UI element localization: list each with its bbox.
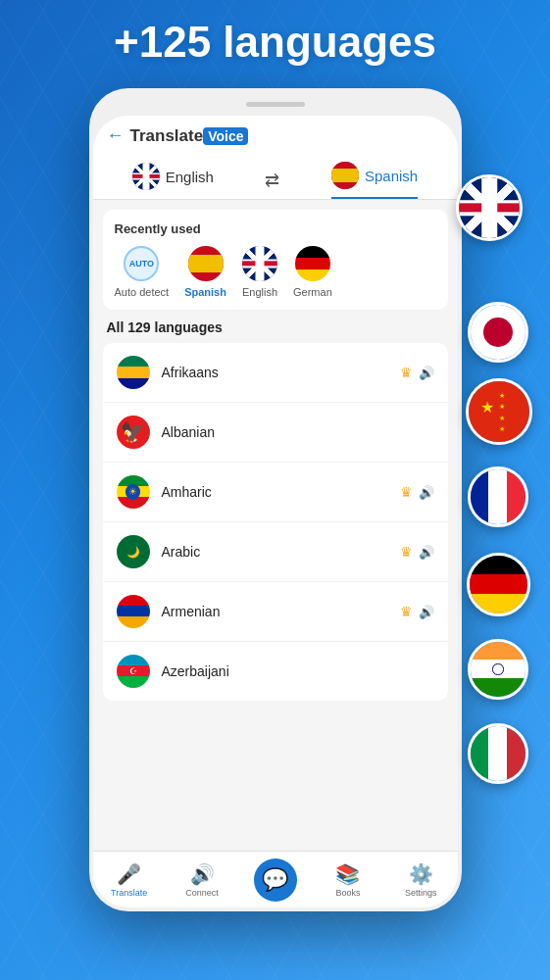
- nav-books[interactable]: 📚 Books: [312, 862, 384, 898]
- lang-icons-afrikaans: ♛ 🔊: [400, 365, 434, 380]
- nav-translate[interactable]: 🎤 Translate: [93, 862, 166, 898]
- recent-item-auto-label: Auto detect: [115, 286, 170, 298]
- phone-screen: ← Translate Voice English: [93, 116, 458, 907]
- recent-item-english[interactable]: English: [242, 246, 277, 298]
- logo-text-voice: Voice: [203, 127, 248, 145]
- list-item-albanian[interactable]: 🦅 Albanian: [103, 403, 448, 463]
- nav-translate-label: Translate: [111, 888, 147, 898]
- hero-title: +125 languages: [0, 18, 550, 67]
- recent-item-german-label: German: [293, 286, 332, 298]
- list-item-azerbaijani[interactable]: ☪ Azerbaijani: [103, 642, 448, 701]
- lang-name-albanian: Albanian: [162, 424, 423, 440]
- phone-frame: ← Translate Voice English: [89, 88, 462, 911]
- lang-icons-arabic: ♛ 🔊: [400, 544, 434, 560]
- lang-icons-amharic: ♛ 🔊: [400, 484, 434, 500]
- nav-books-label: Books: [335, 888, 360, 898]
- language-list: Afrikaans ♛ 🔊 🦅 Albanian: [103, 343, 448, 701]
- source-language-button[interactable]: English: [132, 163, 214, 198]
- floating-flag-japan: [468, 302, 528, 363]
- speaker-icon: 🔊: [419, 485, 434, 500]
- floating-flag-france: [468, 466, 528, 527]
- lang-name-afrikaans: Afrikaans: [162, 365, 388, 380]
- all-languages-title: All 129 languages: [103, 319, 448, 335]
- source-language-label: English: [166, 169, 214, 185]
- floating-flag-italy: [468, 723, 528, 784]
- speaker-icon: 🔊: [419, 605, 434, 619]
- list-item-afrikaans[interactable]: Afrikaans ♛ 🔊: [103, 343, 448, 403]
- source-flag: [132, 163, 160, 190]
- target-language-label: Spanish: [365, 168, 418, 184]
- nav-connect-icon: 🔊: [190, 862, 215, 886]
- recently-used-title: Recently used: [115, 221, 436, 236]
- flag-arabic: 🌙: [117, 535, 150, 568]
- recent-flag-english: [242, 246, 277, 281]
- flag-amharic: ☀: [117, 475, 150, 509]
- nav-books-icon: 📚: [335, 862, 360, 886]
- recent-item-german[interactable]: German: [293, 246, 332, 298]
- bottom-navigation: 🎤 Translate 🔊 Connect 💬 📚 Books ⚙️ Setti…: [93, 851, 458, 907]
- target-flag: [331, 162, 359, 189]
- floating-flag-china: ★ ★★★★: [466, 378, 532, 445]
- phone-speaker: [246, 102, 305, 107]
- recently-used-list: AUTO Auto detect Spanish: [115, 246, 436, 298]
- lang-icons-armenian: ♛ 🔊: [400, 604, 434, 619]
- flag-azerbaijani: ☪: [117, 655, 150, 688]
- crown-icon: ♛: [400, 604, 413, 619]
- crown-icon: ♛: [400, 365, 413, 380]
- speaker-icon: 🔊: [419, 366, 434, 380]
- nav-center-button[interactable]: 💬: [254, 858, 297, 902]
- nav-center[interactable]: 💬: [238, 858, 311, 902]
- recently-used-section: Recently used AUTO Auto detect Spanish: [103, 210, 448, 310]
- recent-item-english-label: English: [242, 286, 277, 298]
- all-languages-section: All 129 languages Afrikaans ♛ 🔊: [103, 319, 448, 701]
- app-logo: Translate Voice: [130, 126, 249, 146]
- crown-icon: ♛: [400, 544, 413, 560]
- flag-albanian: 🦅: [117, 416, 150, 449]
- nav-settings[interactable]: ⚙️ Settings: [384, 862, 457, 898]
- content-area: Recently used AUTO Auto detect Spanish: [93, 200, 458, 904]
- nav-settings-label: Settings: [405, 888, 437, 898]
- nav-connect[interactable]: 🔊 Connect: [166, 862, 238, 898]
- recent-flag-german: [295, 246, 330, 281]
- recent-item-spanish[interactable]: Spanish: [184, 246, 226, 298]
- back-button[interactable]: ←: [107, 125, 125, 146]
- nav-settings-icon: ⚙️: [409, 862, 433, 886]
- nav-connect-label: Connect: [185, 888, 219, 898]
- target-language-button[interactable]: Spanish: [331, 162, 418, 199]
- app-header: ← Translate Voice English: [93, 116, 458, 200]
- floating-flag-germany: [467, 553, 530, 616]
- list-item-amharic[interactable]: ☀ Amharic ♛ 🔊: [103, 463, 448, 522]
- list-item-arabic[interactable]: 🌙 Arabic ♛ 🔊: [103, 522, 448, 582]
- nav-translate-icon: 🎤: [117, 862, 141, 886]
- recent-flag-spanish: [188, 246, 224, 281]
- lang-name-amharic: Amharic: [162, 484, 388, 500]
- recent-item-spanish-label: Spanish: [184, 286, 226, 298]
- floating-flag-uk: [456, 174, 523, 241]
- list-item-armenian[interactable]: Armenian ♛ 🔊: [103, 582, 448, 642]
- lang-name-arabic: Arabic: [162, 544, 388, 560]
- speaker-icon: 🔊: [419, 545, 434, 560]
- flag-afrikaans: [117, 356, 150, 389]
- floating-flag-india: [468, 639, 528, 700]
- crown-icon: ♛: [400, 484, 413, 500]
- flag-armenian: [117, 595, 150, 628]
- lang-name-azerbaijani: Azerbaijani: [162, 663, 423, 679]
- logo-text-translate: Translate: [130, 126, 204, 146]
- language-selector-row: English ⇄ Spanish: [107, 154, 444, 199]
- swap-languages-button[interactable]: ⇄: [265, 170, 279, 191]
- auto-detect-badge: AUTO: [124, 246, 159, 281]
- recent-item-auto[interactable]: AUTO Auto detect: [115, 246, 170, 298]
- lang-name-armenian: Armenian: [162, 604, 388, 619]
